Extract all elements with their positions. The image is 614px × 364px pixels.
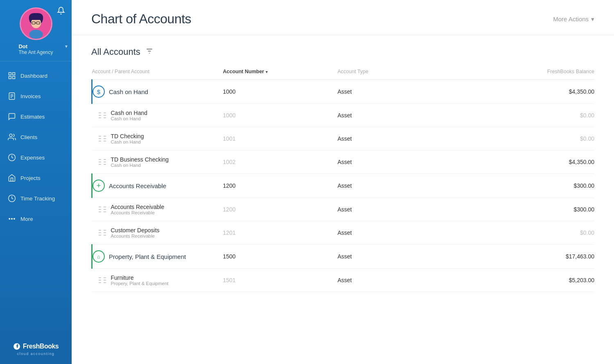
filter-icon[interactable]: [145, 47, 154, 57]
svg-rect-8: [13, 73, 15, 75]
sidebar-item-label-expenses: Expenses: [20, 155, 45, 161]
dashed-icon: [99, 159, 108, 165]
main-content: Chart of Accounts More Actions ▾ All Acc…: [72, 0, 614, 364]
section-header: All Accounts: [91, 47, 594, 57]
sub-account-number: 1201: [223, 221, 338, 245]
accounts-table: Account / Parent Account Account Number …: [91, 65, 594, 292]
account-name-cell: $ Cash on Hand: [92, 80, 223, 104]
dashed-icon: [99, 112, 108, 118]
parent-account-name: Property, Plant & Equipment: [109, 253, 186, 260]
dashed-icon: [99, 207, 108, 212]
sidebar-item-label-time-tracking: Time Tracking: [20, 195, 55, 202]
table-row[interactable]: Cash on Hand Cash on Hand 1000 Asset $0.…: [92, 104, 595, 127]
col-header-account: Account / Parent Account: [92, 65, 223, 80]
sidebar-item-more[interactable]: More: [0, 209, 72, 229]
invoices-icon: [7, 92, 16, 101]
sub-account-name-cell: Customer Deposits Accounts Receivable: [92, 221, 223, 245]
table-row[interactable]: TD Checking Cash on Hand 1001 Asset $0.0…: [92, 127, 595, 151]
user-info-row[interactable]: Dot The Ant Agency ▼: [0, 43, 72, 55]
table-row[interactable]: TD Business Checking Cash on Hand 1002 A…: [92, 151, 595, 174]
nav-list: Dashboard Invoices Estimates: [0, 65, 72, 336]
account-name-cell: ⌂ Property, Plant & Equipment: [92, 245, 223, 269]
parent-account-name: Accounts Receivable: [109, 182, 166, 189]
bell-icon[interactable]: [57, 7, 65, 16]
account-number: 1000: [223, 80, 338, 104]
sub-account-parent: Cash on Hand: [111, 139, 144, 144]
sidebar-item-label-more: More: [20, 216, 33, 222]
projects-icon: [7, 173, 16, 182]
sidebar-item-dashboard[interactable]: Dashboard: [0, 65, 72, 86]
svg-point-19: [14, 218, 15, 220]
account-type: Asset: [338, 245, 452, 269]
svg-rect-9: [9, 76, 11, 79]
sub-account-text: TD Checking Cash on Hand: [111, 133, 144, 144]
sidebar-item-label-estimates: Estimates: [20, 114, 45, 120]
dashed-icon: [99, 136, 108, 142]
user-dropdown-arrow[interactable]: ▼: [64, 44, 68, 49]
sub-account-number: 1000: [223, 104, 338, 127]
sub-account-name-cell: Cash on Hand Cash on Hand: [92, 104, 223, 127]
more-actions-chevron: ▾: [591, 16, 594, 23]
table-row[interactable]: + Accounts Receivable 1200 Asset $300.00: [92, 174, 595, 198]
sidebar-item-invoices[interactable]: Invoices: [0, 86, 72, 106]
sub-account-balance: $300.00: [452, 198, 595, 221]
col-header-number[interactable]: Account Number ▾: [223, 65, 338, 80]
sub-account-type: Asset: [338, 127, 452, 151]
more-icon: [7, 214, 16, 223]
estimates-icon: [7, 112, 16, 121]
sub-account-name: Accounts Receivable: [111, 204, 165, 210]
account-balance: $300.00: [452, 174, 595, 198]
main-header: Chart of Accounts More Actions ▾: [72, 0, 614, 35]
table-row[interactable]: $ Cash on Hand 1000 Asset $4,350.00: [92, 80, 595, 104]
sidebar-item-label-projects: Projects: [20, 175, 41, 181]
sub-account-name-cell: Furniture Propery, Plant & Equipment: [92, 269, 223, 292]
sub-account-text: TD Business Checking Cash on Hand: [111, 156, 169, 168]
more-actions-button[interactable]: More Actions ▾: [553, 16, 594, 23]
sub-account-parent: Cash on Hand: [111, 116, 148, 121]
parent-account-name: Cash on Hand: [109, 88, 148, 95]
more-actions-label: More Actions: [553, 16, 589, 22]
sub-account-parent: Propery, Plant & Equipment: [111, 281, 169, 286]
table-row[interactable]: Accounts Receivable Accounts Receivable …: [92, 198, 595, 221]
sub-account-text: Furniture Propery, Plant & Equipment: [111, 274, 169, 286]
sub-account-balance: $0.00: [452, 104, 595, 127]
col-header-type: Account Type: [338, 65, 452, 80]
sub-account-name-cell: TD Checking Cash on Hand: [92, 127, 223, 151]
sort-arrow: ▾: [266, 70, 268, 74]
dashboard-icon: [7, 71, 16, 80]
sub-account-balance: $4,350.00: [452, 151, 595, 174]
sub-account-type: Asset: [338, 104, 452, 127]
sub-account-name: Furniture: [111, 274, 169, 281]
svg-rect-7: [9, 73, 11, 75]
table-row[interactable]: ⌂ Property, Plant & Equipment 1500 Asset…: [92, 245, 595, 269]
user-company: The Ant Agency: [18, 49, 53, 55]
account-balance: $4,350.00: [452, 80, 595, 104]
sub-account-type: Asset: [338, 221, 452, 245]
sub-account-name-cell: TD Business Checking Cash on Hand: [92, 151, 223, 174]
sidebar-item-projects[interactable]: Projects: [0, 168, 72, 188]
sidebar-item-time-tracking[interactable]: Time Tracking: [0, 188, 72, 209]
avatar[interactable]: [20, 7, 52, 40]
sub-account-parent: Cash on Hand: [111, 163, 169, 168]
sub-account-name: TD Checking: [111, 133, 144, 139]
sub-account-number: 1200: [223, 198, 338, 221]
sub-account-type: Asset: [338, 151, 452, 174]
svg-point-18: [11, 218, 13, 220]
table-row[interactable]: Customer Deposits Accounts Receivable 12…: [92, 221, 595, 245]
freshbooks-brand: FreshBooks: [23, 343, 59, 350]
dashed-icon: [99, 277, 108, 283]
section-title: All Accounts: [91, 47, 140, 57]
sidebar-item-expenses[interactable]: Expenses: [0, 147, 72, 168]
sub-account-number: 1001: [223, 127, 338, 151]
sub-account-text: Accounts Receivable Accounts Receivable: [111, 204, 165, 215]
svg-rect-10: [13, 76, 15, 79]
sidebar-item-estimates[interactable]: Estimates: [0, 106, 72, 127]
account-balance: $17,463.00: [452, 245, 595, 269]
time-tracking-icon: [7, 194, 16, 203]
table-row[interactable]: Furniture Propery, Plant & Equipment 150…: [92, 269, 595, 292]
sidebar-item-clients[interactable]: Clients: [0, 127, 72, 147]
account-number: 1200: [223, 174, 338, 198]
sidebar-item-label-invoices: Invoices: [20, 93, 41, 99]
sub-account-text: Customer Deposits Accounts Receivable: [111, 227, 160, 238]
table-body: $ Cash on Hand 1000 Asset $4,350.00 Cash…: [92, 80, 595, 292]
